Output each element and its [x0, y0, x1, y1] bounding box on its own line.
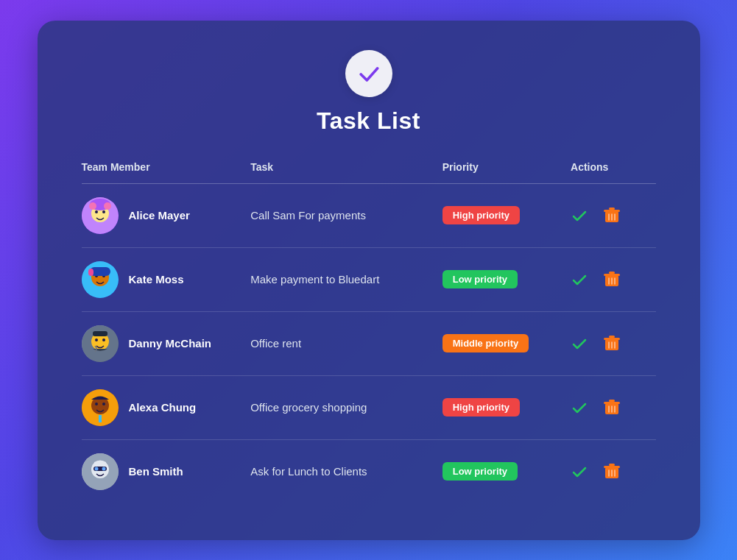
priority-badge-kate: Low priority	[442, 270, 518, 288]
member-name-alice: Alice Mayer	[129, 209, 190, 221]
table-header: Team Member Task Priority Actions	[82, 161, 656, 184]
avatar-ben	[82, 453, 119, 490]
member-cell-danny: Danny McChain	[82, 311, 251, 375]
member-cell-kate: Kate Moss	[82, 247, 251, 311]
actions-cell-ben	[571, 439, 655, 503]
member-name-ben: Ben Smith	[129, 465, 183, 478]
priority-badge-danny: Middle priority	[442, 334, 529, 352]
delete-button-alexa[interactable]	[602, 397, 622, 418]
svg-rect-43	[609, 400, 615, 402]
header-icon-wrap	[345, 50, 392, 97]
svg-rect-21	[609, 272, 615, 274]
delete-button-alice[interactable]	[602, 205, 622, 226]
avatar-kate	[82, 261, 119, 298]
delete-button-kate[interactable]	[602, 269, 622, 290]
svg-rect-40	[99, 415, 102, 422]
member-cell-ben: Ben Smith	[82, 439, 251, 503]
task-text-danny: Office rent	[250, 337, 301, 350]
check-icon-kate	[571, 271, 588, 288]
task-text-alice: Call Sam For payments	[250, 209, 366, 221]
table-row: Ben Smith Ask for Lunch to Clients Low p…	[82, 439, 656, 503]
trash-icon-alexa	[602, 397, 622, 418]
trash-icon-ben	[602, 461, 622, 482]
task-cell-ben: Ask for Lunch to Clients	[250, 439, 442, 503]
svg-rect-54	[609, 464, 615, 466]
task-text-alexa: Office grocery shopping	[250, 401, 367, 414]
priority-cell-alice: High priority	[442, 183, 571, 247]
svg-point-5	[89, 202, 96, 210]
check-icon-alice	[571, 207, 588, 224]
col-header-actions: Actions	[571, 161, 655, 184]
member-cell-alice: Alice Mayer	[82, 183, 251, 247]
complete-button-alice[interactable]	[571, 207, 588, 224]
task-text-kate: Make payment to Bluedart	[250, 273, 379, 286]
svg-rect-9	[609, 208, 615, 210]
svg-point-38	[95, 403, 98, 405]
check-icon-danny	[571, 335, 588, 352]
task-list-card: Task List Team Member Task Priority Acti…	[38, 21, 700, 540]
actions-cell-kate	[571, 247, 655, 311]
task-cell-danny: Office rent	[250, 311, 442, 375]
priority-cell-ben: Low priority	[442, 439, 571, 503]
svg-point-3	[102, 210, 105, 213]
table-row: Alice Mayer Call Sam For payments High p…	[82, 183, 656, 247]
complete-button-ben[interactable]	[571, 463, 588, 481]
table-row: Alexa Chung Office grocery shopping High…	[82, 375, 656, 439]
card-header: Task List	[82, 50, 656, 135]
col-header-task: Task	[250, 161, 442, 184]
col-header-priority: Priority	[442, 161, 571, 184]
avatar-alexa	[82, 389, 119, 426]
check-icon-alexa	[571, 399, 588, 417]
svg-rect-18	[88, 269, 94, 276]
trash-icon-kate	[602, 269, 622, 290]
member-name-kate: Kate Moss	[129, 273, 184, 286]
actions-cell-danny	[571, 311, 655, 375]
svg-point-27	[95, 339, 98, 341]
task-cell-alexa: Office grocery shopping	[250, 375, 442, 439]
svg-point-2	[95, 210, 98, 213]
svg-rect-42	[604, 402, 620, 404]
table-row: Danny McChain Office rent Middle priorit…	[82, 311, 656, 375]
task-cell-kate: Make payment to Bluedart	[250, 247, 442, 311]
svg-point-28	[102, 339, 105, 341]
priority-cell-kate: Low priority	[442, 247, 571, 311]
avatar-alice	[82, 197, 119, 234]
svg-point-50	[94, 467, 98, 470]
task-text-ben: Ask for Lunch to Clients	[250, 465, 367, 478]
svg-point-39	[102, 403, 105, 405]
svg-rect-20	[604, 274, 620, 276]
col-header-member: Team Member	[82, 161, 251, 184]
check-icon-ben	[571, 463, 588, 481]
priority-cell-danny: Middle priority	[442, 311, 571, 375]
task-table: Team Member Task Priority Actions Alice …	[82, 161, 656, 503]
delete-button-ben[interactable]	[602, 461, 622, 482]
task-cell-alice: Call Sam For payments	[250, 183, 442, 247]
table-row: Kate Moss Make payment to Bluedart Low p…	[82, 247, 656, 311]
check-complete-icon	[356, 60, 382, 87]
priority-badge-alice: High priority	[442, 206, 520, 224]
svg-point-6	[104, 202, 111, 210]
priority-badge-alexa: High priority	[442, 398, 520, 417]
svg-rect-8	[604, 210, 620, 212]
trash-icon-alice	[602, 205, 622, 226]
member-name-danny: Danny McChain	[129, 337, 212, 350]
trash-icon-danny	[602, 333, 622, 354]
priority-badge-ben: Low priority	[442, 462, 518, 481]
table-body: Alice Mayer Call Sam For payments High p…	[82, 183, 656, 503]
priority-cell-alexa: High priority	[442, 375, 571, 439]
svg-rect-29	[93, 331, 107, 336]
svg-rect-32	[609, 336, 615, 338]
complete-button-danny[interactable]	[571, 335, 588, 352]
page-title: Task List	[317, 107, 420, 135]
complete-button-alexa[interactable]	[571, 399, 588, 417]
member-cell-alexa: Alexa Chung	[82, 375, 251, 439]
actions-cell-alice	[571, 183, 655, 247]
svg-point-51	[102, 467, 105, 470]
svg-rect-53	[604, 466, 620, 468]
svg-rect-31	[604, 338, 620, 340]
delete-button-danny[interactable]	[602, 333, 622, 354]
complete-button-kate[interactable]	[571, 271, 588, 288]
avatar-danny	[82, 325, 119, 362]
member-name-alexa: Alexa Chung	[129, 401, 197, 414]
actions-cell-alexa	[571, 375, 655, 439]
